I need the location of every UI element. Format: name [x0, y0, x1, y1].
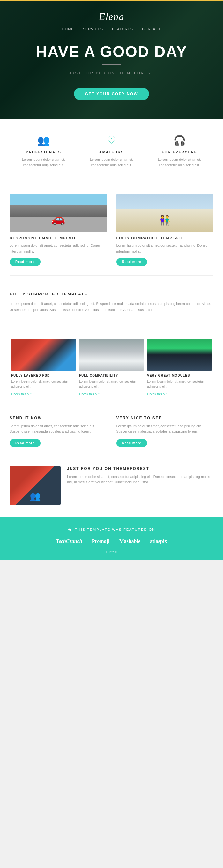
- card-responsive-text: Lorem ipsum dolor sit amet, consectetur …: [9, 243, 107, 254]
- amateurs-text: Lorem ipsum dolor sit amet, consectetur …: [81, 157, 142, 168]
- card-compatible: FULLY COMPATIBLE TEMPLATE Lorem ipsum do…: [116, 194, 214, 266]
- themeforest-title: JUST FOR YOU ON THEMEFOREST: [67, 466, 214, 471]
- hero-divider: [102, 64, 121, 65]
- gallery-feet-image: [147, 339, 212, 371]
- nav-features[interactable]: FEATURES: [112, 27, 133, 31]
- divider-1: [9, 181, 214, 181]
- footer-section: THIS TEMPLATE WAS FEATURED ON TechCrunch…: [0, 518, 223, 560]
- gallery-street-image: [11, 339, 76, 371]
- two-col-text-section: SEND IT NOW Lorem ipsum dolor sit amet, …: [0, 403, 223, 454]
- professionals-icon: 👥: [13, 135, 74, 146]
- footer-bottom: Euntz ®: [9, 551, 214, 554]
- feature-everyone: 🎧 FOR EVERYONE Lorem ipsum dolor sit ame…: [145, 135, 214, 168]
- gallery-layered: FULLY LAYERED PSD Lorem ipsum dolor sit …: [9, 339, 78, 396]
- card-responsive-readmore[interactable]: Read more: [9, 258, 40, 266]
- gallery-compat-link[interactable]: Check this out: [79, 392, 99, 396]
- divider-3: [9, 329, 214, 329]
- gallery-modules-link[interactable]: Check this out: [147, 392, 167, 396]
- everyone-title: FOR EVERYONE: [149, 150, 210, 154]
- full-supported-section: FULLY SUPPORTED TEMPLATE Lorem ipsum dol…: [0, 279, 223, 326]
- card-responsive-title: RESPONSIVE EMAIL TEMPLATE: [9, 236, 107, 240]
- gallery-three-col: FULLY LAYERED PSD Lorem ipsum dolor sit …: [9, 336, 214, 396]
- nav-home[interactable]: HOME: [62, 27, 74, 31]
- hero-subtitle: JUST FOR YOU ON THEMEFOREST: [6, 71, 217, 75]
- divider-4: [9, 400, 214, 400]
- hero-nav: HOME SERVICES FEATURES CONTACT: [6, 27, 217, 31]
- footer-logo-techcrunch: TechCrunch: [56, 538, 82, 544]
- divider-2: [9, 275, 214, 276]
- gallery-modules: VERY GREAT MODULES Lorem ipsum dolor sit…: [145, 339, 214, 396]
- hero-section: Elena HOME SERVICES FEATURES CONTACT HAV…: [0, 1, 223, 119]
- very-nice-btn[interactable]: Read more: [116, 439, 147, 447]
- hero-content: Elena HOME SERVICES FEATURES CONTACT HAV…: [6, 11, 217, 100]
- gallery-modules-text: Lorem ipsum dolor sit amet, consectetur …: [147, 379, 212, 389]
- card-compatible-title: FULLY COMPATIBLE TEMPLATE: [116, 236, 214, 240]
- footer-logo-promojl: Promojl: [92, 538, 110, 544]
- card-compatible-text: Lorem ipsum dolor sit amet, consectetur …: [116, 243, 214, 254]
- everyone-icon: 🎧: [149, 135, 210, 146]
- gallery-modules-title: VERY GREAT MODULES: [147, 374, 212, 377]
- email-wrapper: Elena HOME SERVICES FEATURES CONTACT HAV…: [0, 0, 223, 560]
- themeforest-content: JUST FOR YOU ON THEMEFOREST Lorem ipsum …: [67, 466, 214, 485]
- card-compatible-readmore[interactable]: Read more: [116, 258, 147, 266]
- send-it-now-title: SEND IT NOW: [9, 416, 107, 420]
- full-supported-text: Lorem ipsum dolor sit amet, consectetur …: [9, 301, 214, 313]
- hero-cta-button[interactable]: GET YOUR COPY NOW: [74, 88, 149, 100]
- gallery-layered-title: FULLY LAYERED PSD: [11, 374, 76, 377]
- send-it-now-btn[interactable]: Read more: [9, 439, 40, 447]
- brand-logo: Elena: [6, 11, 217, 23]
- features-row: 👥 PROFESIONALS Lorem ipsum dolor sit ame…: [0, 119, 223, 178]
- gallery-compat-title: FULL COMPATIBILITY: [79, 374, 144, 377]
- gallery-layered-text: Lorem ipsum dolor sit amet, consectetur …: [11, 379, 76, 389]
- hero-title: HAVE A GOOD DAY: [6, 43, 217, 61]
- themeforest-section: JUST FOR YOU ON THEMEFOREST Lorem ipsum …: [0, 460, 223, 518]
- send-it-now-text: Lorem ipsum dolor sit amet, consectetur …: [9, 424, 107, 435]
- very-nice-text: Lorem ipsum dolor sit amet, consectetur …: [116, 424, 214, 435]
- divider-5: [9, 457, 214, 457]
- themeforest-text: Lorem ipsum dolor sit amet, consectetur …: [67, 474, 214, 485]
- card-car-image: [9, 194, 107, 232]
- themeforest-image: [9, 466, 61, 505]
- footer-featured-label: THIS TEMPLATE WAS FEATURED ON: [9, 527, 214, 532]
- professionals-text: Lorem ipsum dolor sit amet, consectetur …: [13, 157, 74, 168]
- feature-amateurs: ♡ AMATEURS Lorem ipsum dolor sit amet, c…: [78, 135, 145, 168]
- card-couple-image: [116, 194, 214, 232]
- very-nice-col: VERY NICE TO SEE Lorem ipsum dolor sit a…: [116, 416, 214, 447]
- full-supported-title: FULLY SUPPORTED TEMPLATE: [9, 292, 214, 297]
- card-responsive: RESPONSIVE EMAIL TEMPLATE Lorem ipsum do…: [9, 194, 107, 266]
- gallery-images-row: FULLY LAYERED PSD Lorem ipsum dolor sit …: [0, 333, 223, 396]
- footer-logo-mashable: Mashable: [119, 538, 140, 544]
- gallery-compat-text: Lorem ipsum dolor sit amet, consectetur …: [79, 379, 144, 389]
- gallery-compatibility: FULL COMPATIBILITY Lorem ipsum dolor sit…: [78, 339, 145, 396]
- nav-services[interactable]: SERVICES: [83, 27, 103, 31]
- gallery-rain-image: [79, 339, 144, 371]
- everyone-text: Lorem ipsum dolor sit amet, consectetur …: [149, 157, 210, 168]
- professionals-title: PROFESIONALS: [13, 150, 74, 154]
- very-nice-title: VERY NICE TO SEE: [116, 416, 214, 420]
- gallery-layered-link[interactable]: Check this out: [11, 392, 31, 396]
- send-it-now-col: SEND IT NOW Lorem ipsum dolor sit amet, …: [9, 416, 107, 447]
- footer-logo-atlaspix: atlaspix: [150, 538, 167, 544]
- amateurs-icon: ♡: [81, 135, 142, 146]
- two-col-cards: RESPONSIVE EMAIL TEMPLATE Lorem ipsum do…: [0, 184, 223, 272]
- footer-logos-row: TechCrunch Promojl Mashable atlaspix: [9, 538, 214, 544]
- nav-contact[interactable]: CONTACT: [142, 27, 161, 31]
- amateurs-title: AMATEURS: [81, 150, 142, 154]
- feature-professionals: 👥 PROFESIONALS Lorem ipsum dolor sit ame…: [9, 135, 78, 168]
